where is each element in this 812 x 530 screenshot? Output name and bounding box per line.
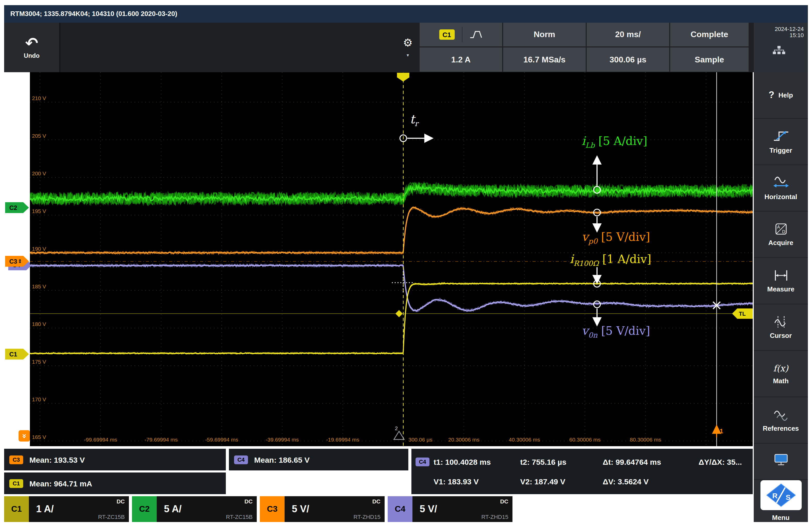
c1-coupling: DC [117,498,125,504]
datetime-panel[interactable]: 2024-12-24 15:10 [754,23,808,72]
undo-button[interactable]: ↶ Undo [4,23,60,72]
channel-badge-c1[interactable]: C1 [5,349,29,359]
c1-tab: C1 [4,496,29,522]
sidebar-item-display[interactable] [754,444,808,480]
sidebar-item-help[interactable]: ? Help [754,72,808,119]
waveform-area[interactable]: 210 V205 V200 V195 V190 V185 V180 V175 V… [30,72,753,446]
status-cells: C1 Norm 20 ms/ Complete 1.2 A 16.7 MSa/s… [420,23,753,72]
svg-text:190 V: 190 V [32,246,46,252]
svg-text:205 V: 205 V [32,133,46,139]
annotation-iLb: iLb[5 A/div] [582,134,647,149]
gear-icon: ⚙ [403,37,413,48]
sidebar-item-math[interactable]: f(x) Math [754,351,808,397]
svg-text:165 V: 165 V [32,434,46,440]
svg-text:-79.69994 ms: -79.69994 ms [145,436,178,443]
svg-text:-99.69994 ms: -99.69994 ms [84,436,117,443]
c3-coupling: DC [372,498,380,504]
cursor-t1: t1: 100.4028 ms [434,457,520,466]
svg-text:175 V: 175 V [32,359,46,365]
cursor-v2: V2: 187.49 V [520,477,603,486]
trigger-level-diamond [395,310,403,317]
measurement-mean-c3: C3 Mean: 193.53 V [4,449,226,470]
sidebar-item-measure[interactable]: Measure [754,258,808,304]
record-time-cell[interactable]: 300.06 µs [587,47,669,72]
cursor-icon [773,315,788,328]
mean-c1-value: Mean: 964.71 mA [29,479,92,488]
svg-text:180 V: 180 V [32,321,46,327]
oscilloscope-screen: RTM3004; 1335.8794K04; 104310 (01.600 20… [0,0,812,530]
c4-probe: RT-ZHD15 [481,514,508,520]
svg-text:210 V: 210 V [32,95,46,101]
svg-text:170 V: 170 V [32,397,46,402]
cursor2-marker [394,431,404,440]
menu-sidebar: ? Help Trigger Horizontal A [754,72,808,522]
c3-badge: C3 [9,455,23,464]
c4-tab: C4 [388,496,412,522]
sidebar-item-horizontal[interactable]: Horizontal [754,165,808,212]
network-icon [772,45,785,55]
channel-box-c3[interactable]: C3 5 V/ DC RT-ZHD15 [260,496,385,522]
trigger-mode-cell[interactable]: Norm [503,23,586,46]
svg-text:D: D [782,229,785,234]
trigger-source-cell[interactable]: C1 [420,23,502,46]
timebase-cell[interactable]: 20 ms/ [587,23,669,46]
svg-text:195 V: 195 V [32,208,46,214]
channel-box-c2[interactable]: C2 5 A/ DC RT-ZC15B [132,496,257,522]
trace-v_0n [30,264,753,312]
device-titlebar: RTM3004; 1335.8794K04; 104310 (01.600 20… [4,5,808,23]
svg-text:185 V: 185 V [32,284,46,289]
axis-labels: 210 V205 V200 V195 V190 V185 V180 V175 V… [32,95,661,443]
date-label: 2024-12-24 [754,26,804,32]
svg-text:S: S [785,493,791,501]
undo-icon: ↶ [25,35,38,51]
svg-text:-19.69994 ms: -19.69994 ms [326,436,359,443]
mean-c4-value: Mean: 186.65 V [254,455,309,464]
c4-coupling: DC [500,498,508,504]
trigger-icon [772,129,789,143]
c2-tab: C2 [132,496,157,522]
measurement-mean-c1: C1 Mean: 964.71 mA [4,472,226,494]
sidebar-item-cursor[interactable]: Cursor [754,304,808,351]
c3-tab: C3 [260,496,285,522]
trigger-level-tag: TL [732,309,753,319]
sidebar-item-acquire[interactable]: A D Acquire [754,212,808,258]
measure-icon [773,269,788,281]
channel-box-c4[interactable]: C4 5 V/ DC RT-ZHD15 [388,496,512,522]
c4-badge: C4 [416,457,430,466]
annotation-vp0: vp0[5 V/div] [582,230,650,245]
trigger-level-cell[interactable]: 1.2 A [420,47,502,72]
c3-probe: RT-ZHD15 [353,514,380,520]
acquisition-state-cell[interactable]: Complete [670,23,749,46]
channel-box-c1[interactable]: C1 1 A/ DC RT-ZC15B [4,496,129,522]
c3-ground-offscreen-indicator[interactable]: » [18,430,30,442]
cursor-dt: Δt: 99.64764 ms [603,457,699,466]
c2-coupling: DC [244,498,252,504]
annotation-v0n: v0n[5 V/div] [582,324,650,339]
cursor-t2: t2: 755.16 µs [520,457,603,466]
c4-badge: C4 [234,455,248,464]
move-up-down-icon: ⇕ [18,258,22,264]
channel-badge-c2[interactable]: C2 [5,202,29,213]
acquisition-mode-cell[interactable]: Sample [670,47,749,72]
svg-text:200 V: 200 V [32,171,46,176]
display-icon [773,453,788,466]
cell-divider [462,27,462,42]
c2-scale: 5 A/ [164,503,182,515]
c4-scale: 5 V/ [420,503,437,515]
cursor-v1: V1: 183.93 V [434,477,520,486]
svg-text:TL: TL [739,311,746,317]
sidebar-item-references[interactable]: References [754,397,808,444]
measurement-mean-c4: C4 Mean: 186.65 V [229,449,408,470]
header-bar: ↶ Undo ⚙ ▾ C1 Norm 20 ms/ Complete 1.2 A… [4,23,808,72]
c1-scale: 1 A/ [36,503,54,515]
sidebar-item-trigger[interactable]: Trigger [754,119,808,165]
sample-rate-cell[interactable]: 16.7 MSa/s [503,47,586,72]
sidebar-item-menu[interactable]: R S Menu [754,480,808,522]
svg-text:20.30006 ms: 20.30006 ms [448,436,479,443]
svg-text:R: R [772,492,777,500]
fx-icon: f(x) [773,363,788,373]
svg-text:1: 1 [720,428,723,434]
cursor-dydx: ΔY/ΔX: 35... [699,457,749,466]
help-icon: ? [769,90,774,101]
settings-gear-button[interactable]: ⚙ ▾ [397,23,419,72]
